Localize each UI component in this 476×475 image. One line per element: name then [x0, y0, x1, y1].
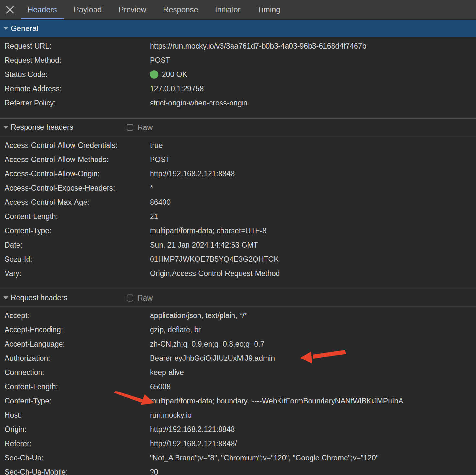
- disclosure-triangle-icon[interactable]: [3, 126, 8, 129]
- disclosure-triangle-icon[interactable]: [3, 296, 8, 300]
- header-value: 65008: [150, 382, 476, 391]
- header-row: Accept: application/json, text/plain, */…: [0, 308, 476, 323]
- header-row: Request Method: POST: [0, 53, 476, 67]
- header-name: Access-Control-Allow-Origin:: [0, 170, 150, 178]
- header-value: Origin,Access-Control-Request-Method: [150, 269, 476, 278]
- header-row: Date: Sun, 21 Jan 2024 14:42:53 GMT: [0, 238, 476, 252]
- raw-checkbox[interactable]: [127, 294, 133, 301]
- header-name: Accept:: [0, 311, 150, 320]
- header-name: Access-Control-Allow-Credentials:: [0, 141, 150, 150]
- header-name: Access-Control-Max-Age:: [0, 198, 150, 207]
- disclosure-triangle-icon[interactable]: [3, 27, 8, 30]
- header-value: http://192.168.2.121:8848: [150, 425, 476, 434]
- response-header-rows: Access-Control-Allow-Credentials: true A…: [0, 136, 476, 289]
- header-value: zh-CN,zh;q=0.9,en;q=0.8,eo;q=0.7: [150, 340, 476, 348]
- response-headers-section-header: Response headers Raw: [0, 118, 476, 136]
- header-row: Sec-Ch-Ua-Mobile: ?0: [0, 465, 476, 475]
- header-row: Access-Control-Max-Age: 86400: [0, 195, 476, 209]
- tab-response[interactable]: Response: [156, 0, 206, 19]
- header-value: "Not_A Brand";v="8", "Chromium";v="120",…: [150, 454, 476, 462]
- header-name: Access-Control-Allow-Methods:: [0, 155, 150, 164]
- close-button[interactable]: [0, 0, 20, 19]
- header-row: Referrer Policy: strict-origin-when-cros…: [0, 96, 476, 110]
- header-value: https://run.mocky.io/v3/3aa761d7-b0b3-4a…: [150, 42, 476, 50]
- header-name: Content-Type:: [0, 226, 150, 235]
- header-value: multipart/form-data; boundary=----WebKit…: [150, 397, 476, 405]
- header-row: Connection: keep-alive: [0, 365, 476, 380]
- header-name: Origin:: [0, 425, 150, 434]
- header-name: Sec-Ch-Ua-Mobile:: [0, 468, 150, 475]
- header-value: Sun, 21 Jan 2024 14:42:53 GMT: [150, 241, 476, 249]
- header-name: Connection:: [0, 368, 150, 377]
- header-value: strict-origin-when-cross-origin: [150, 99, 476, 107]
- header-row: Authorization: Bearer eyJhbGciOiJIUzUxMi…: [0, 351, 476, 365]
- raw-checkbox-label[interactable]: Raw: [138, 123, 153, 132]
- header-row: Vary: Origin,Access-Control-Request-Meth…: [0, 266, 476, 281]
- general-section-header: General: [0, 20, 476, 37]
- status-ok-dot-icon: [150, 70, 158, 79]
- general-rows: Request URL: https://run.mocky.io/v3/3aa…: [0, 37, 476, 118]
- header-row: Status Code: 200 OK: [0, 67, 476, 82]
- request-headers-section-header: Request headers Raw: [0, 289, 476, 307]
- header-row: Content-Length: 21: [0, 209, 476, 224]
- header-value: multipart/form-data; charset=UTF-8: [150, 226, 476, 235]
- header-name: Remote Address:: [0, 84, 150, 93]
- header-row: Accept-Language: zh-CN,zh;q=0.9,en;q=0.8…: [0, 337, 476, 351]
- header-value: true: [150, 141, 476, 150]
- header-name: Status Code:: [0, 70, 150, 79]
- header-value: 200 OK: [150, 70, 476, 79]
- header-value: 21: [150, 212, 476, 221]
- header-row: Content-Length: 65008: [0, 380, 476, 394]
- header-row: Sec-Ch-Ua: "Not_A Brand";v="8", "Chromiu…: [0, 451, 476, 465]
- tab-timing[interactable]: Timing: [250, 0, 288, 19]
- tab-headers[interactable]: Headers: [20, 0, 64, 19]
- header-row: Sozu-Id: 01HMP7JWKQE7B5YQ4E3G2QHTCK: [0, 252, 476, 266]
- header-row: Referer: http://192.168.2.121:8848/: [0, 436, 476, 451]
- header-name: Accept-Encoding:: [0, 326, 150, 334]
- header-row: Access-Control-Allow-Methods: POST: [0, 152, 476, 167]
- header-name: Date:: [0, 241, 150, 249]
- header-name: Access-Control-Expose-Headers:: [0, 184, 150, 193]
- response-headers-title: Response headers: [11, 123, 73, 132]
- header-row: Content-Type: multipart/form-data; bound…: [0, 394, 476, 408]
- header-row: Access-Control-Allow-Origin: http://192.…: [0, 167, 476, 181]
- header-value: gzip, deflate, br: [150, 326, 476, 334]
- header-name: Content-Length:: [0, 212, 150, 221]
- network-detail-tabbar: HeadersPayloadPreviewResponseInitiatorTi…: [0, 0, 476, 20]
- raw-checkbox-label[interactable]: Raw: [138, 293, 153, 302]
- header-value: run.mocky.io: [150, 411, 476, 420]
- header-row: Origin: http://192.168.2.121:8848: [0, 422, 476, 436]
- header-value: keep-alive: [150, 368, 476, 377]
- header-name: Referer:: [0, 439, 150, 448]
- header-value: application/json, text/plain, */*: [150, 311, 476, 320]
- header-row: Access-Control-Expose-Headers: *: [0, 181, 476, 195]
- raw-checkbox[interactable]: [127, 124, 133, 131]
- header-name: Request URL:: [0, 42, 150, 50]
- header-row: Content-Type: multipart/form-data; chars…: [0, 224, 476, 238]
- request-headers-title: Request headers: [11, 293, 67, 302]
- header-value: POST: [150, 155, 476, 164]
- header-row: Access-Control-Allow-Credentials: true: [0, 138, 476, 152]
- header-row: Request URL: https://run.mocky.io/v3/3aa…: [0, 39, 476, 53]
- header-name: Sozu-Id:: [0, 255, 150, 264]
- header-value: Bearer eyJhbGciOiJIUzUxMiJ9.admin: [150, 354, 476, 363]
- header-value: ?0: [150, 468, 476, 475]
- header-value: 01HMP7JWKQE7B5YQ4E3G2QHTCK: [150, 255, 476, 264]
- header-name: Content-Length:: [0, 382, 150, 391]
- tab-preview[interactable]: Preview: [111, 0, 153, 19]
- header-value: http://192.168.2.121:8848/: [150, 439, 476, 448]
- general-section-title: General: [11, 24, 38, 33]
- header-row: Host: run.mocky.io: [0, 408, 476, 422]
- close-icon: [6, 6, 14, 14]
- header-name: Sec-Ch-Ua:: [0, 454, 150, 462]
- header-name: Authorization:: [0, 354, 150, 363]
- header-value: *: [150, 184, 476, 193]
- tab-initiator[interactable]: Initiator: [208, 0, 248, 19]
- header-row: Remote Address: 127.0.0.1:29758: [0, 82, 476, 96]
- header-name: Request Method:: [0, 56, 150, 65]
- request-header-rows: Accept: application/json, text/plain, */…: [0, 307, 476, 475]
- header-value: 127.0.0.1:29758: [150, 84, 476, 93]
- header-value: POST: [150, 56, 476, 65]
- header-name: Content-Type:: [0, 397, 150, 405]
- tab-payload[interactable]: Payload: [66, 0, 109, 19]
